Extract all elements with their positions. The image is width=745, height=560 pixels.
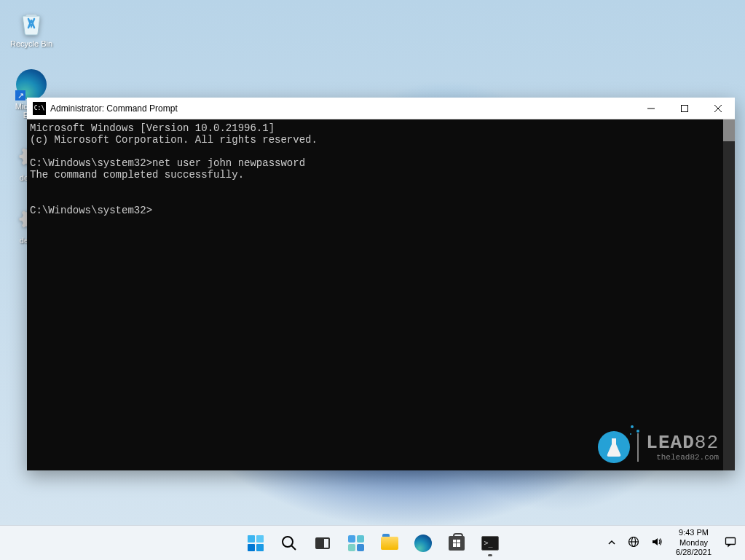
chevron-up-icon: [607, 537, 616, 550]
task-view-icon: [314, 535, 331, 552]
scrollbar-thumb[interactable]: [723, 119, 735, 141]
terminal-icon: >_: [481, 535, 499, 552]
desktop-icon-label: Recycle Bin: [10, 39, 52, 48]
widgets-button[interactable]: [342, 529, 371, 558]
terminal-prompt: C:\Windows\system32>: [30, 205, 735, 216]
terminal-line: [30, 181, 735, 192]
watermark-brand: LEAD82: [646, 433, 719, 452]
task-view-button[interactable]: [308, 529, 337, 558]
maximize-button[interactable]: [668, 98, 701, 119]
terminal-content[interactable]: Microsoft Windows [Version 10.0.21996.1]…: [27, 119, 735, 470]
window-titlebar[interactable]: C:\ Administrator: Command Prompt: [27, 98, 735, 119]
desktop-icon-recycle-bin[interactable]: Recycle Bin: [6, 6, 57, 48]
store-icon: [448, 535, 465, 552]
systray-overflow[interactable]: [603, 529, 620, 558]
taskbar-file-explorer[interactable]: [375, 529, 404, 558]
clock-time: 9:43 PM: [679, 528, 709, 538]
terminal-line: C:\Windows\system32>net user john newpas…: [30, 157, 735, 169]
watermark: LEAD82 thelead82.com: [598, 431, 719, 463]
clock-date: 6/28/2021: [676, 548, 712, 558]
minimize-button[interactable]: [634, 98, 668, 119]
svg-line-5: [291, 545, 296, 550]
taskbar-edge[interactable]: [409, 529, 438, 558]
globe-icon: [628, 536, 639, 551]
search-icon: [280, 535, 298, 552]
notifications-button[interactable]: [720, 529, 741, 558]
taskbar-clock[interactable]: 9:43 PM Monday 6/28/2021: [670, 528, 717, 558]
shortcut-overlay-icon: ↗: [15, 90, 25, 100]
svg-rect-1: [682, 105, 688, 111]
command-prompt-window: C:\ Administrator: Command Prompt Micros…: [27, 98, 735, 470]
speaker-icon: [651, 536, 663, 551]
systray-network[interactable]: [623, 529, 644, 558]
taskbar-microsoft-store[interactable]: [442, 529, 471, 558]
start-button[interactable]: [241, 529, 270, 558]
terminal-line: (c) Microsoft Corporation. All rights re…: [30, 134, 735, 146]
windows-logo-icon: [247, 535, 264, 552]
taskbar: >_ 9:43 PM Monday 6/28/2021: [0, 525, 745, 560]
terminal-line: The command completed successfully.: [30, 169, 735, 181]
window-title: Administrator: Command Prompt: [50, 103, 634, 114]
terminal-line: [30, 146, 735, 157]
widgets-icon: [347, 535, 365, 552]
terminal-scrollbar[interactable]: [723, 119, 735, 470]
taskbar-command-prompt[interactable]: >_: [476, 529, 505, 558]
terminal-line: Microsoft Windows [Version 10.0.21996.1]: [30, 122, 735, 134]
taskbar-search-button[interactable]: [275, 529, 304, 558]
terminal-line: [30, 193, 735, 205]
close-button[interactable]: [701, 98, 735, 119]
systray-sound[interactable]: [647, 529, 667, 558]
folder-icon: [381, 535, 398, 552]
recycle-bin-icon: [15, 6, 47, 38]
edge-icon: [414, 535, 432, 552]
edge-icon: ↗: [15, 68, 47, 100]
flask-icon: [598, 431, 630, 463]
watermark-url: thelead82.com: [646, 454, 719, 462]
clock-day: Monday: [679, 538, 708, 548]
chat-bubble-icon: [725, 536, 736, 551]
svg-point-4: [283, 537, 293, 547]
cmd-app-icon: C:\: [33, 102, 46, 115]
svg-rect-9: [726, 537, 736, 544]
